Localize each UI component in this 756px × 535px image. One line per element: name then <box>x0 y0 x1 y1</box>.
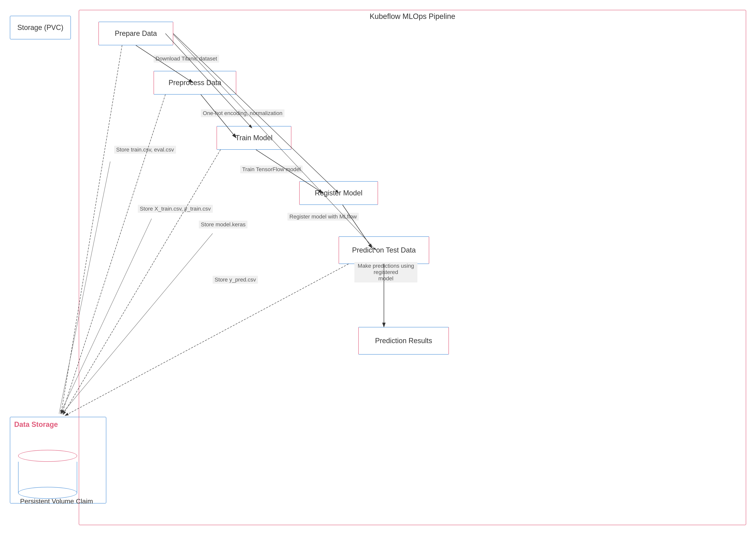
register-model-node: Register Model <box>299 181 378 205</box>
cylinder: Persistent Volume Claim <box>18 450 77 493</box>
edge-label-onehot: One-hot encoding, normalization <box>201 109 284 117</box>
edge-label-register: Register model with MLflow <box>287 213 359 221</box>
data-storage-title: Data Storage <box>14 420 58 429</box>
train-model-node: Train Model <box>217 126 291 150</box>
cylinder-label: Persistent Volume Claim <box>20 497 93 505</box>
edge-label-store-train: Store train.csv, eval.csv <box>114 146 176 154</box>
prediction-results-node: Prediction Results <box>358 327 449 354</box>
main-container: Kubeflow MLOps Pipeline Storage (PVC) Da… <box>4 4 752 531</box>
edge-label-train-tf: Train TensorFlow model <box>240 165 303 173</box>
cylinder-body <box>18 462 77 493</box>
edge-label-store-x-train: Store X_train.csv, y_train.csv <box>138 205 213 213</box>
storage-pvc-label: Storage (PVC) <box>17 23 64 32</box>
edge-label-download: Download Titanic dataset <box>153 55 219 63</box>
storage-pvc-box: Storage (PVC) <box>10 16 71 40</box>
edge-label-store-keras: Store model.keras <box>199 221 248 229</box>
cylinder-top <box>18 450 77 462</box>
cylinder-bottom-ellipse <box>18 487 77 499</box>
prepare-data-node: Prepare Data <box>98 22 173 45</box>
predict-test-node: Predict on Test Data <box>338 237 429 264</box>
preprocess-data-node: Preprocess Data <box>153 71 236 95</box>
edge-label-store-ypred: Store y_pred.csv <box>213 276 258 284</box>
edge-label-make-predictions: Make predictions using registered model <box>354 262 418 282</box>
data-storage-box: Data Storage Persistent Volume Claim <box>10 417 106 503</box>
pipeline-title: Kubeflow MLOps Pipeline <box>369 12 455 21</box>
